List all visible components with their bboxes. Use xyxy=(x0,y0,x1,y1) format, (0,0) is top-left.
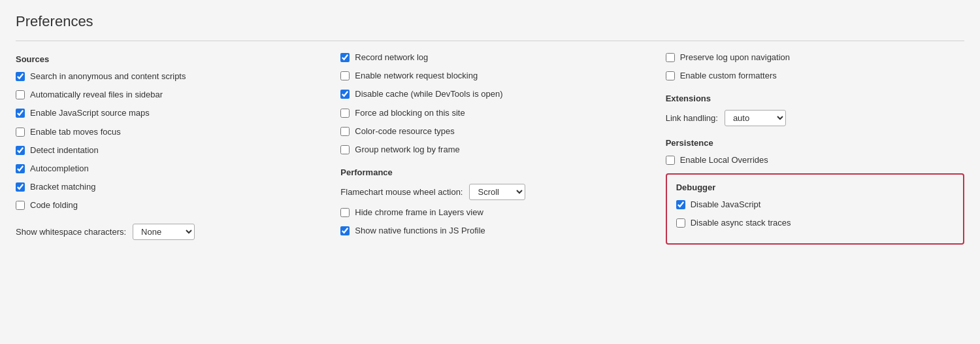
checkbox-row-cb3[interactable]: Enable JavaScript source maps xyxy=(16,107,314,119)
debugger-checkboxes: Disable JavaScriptDisable async stack tr… xyxy=(676,199,954,229)
checkbox-cb8[interactable] xyxy=(16,201,25,210)
checkbox-row-cb1[interactable]: Search in anonymous and content scripts xyxy=(16,71,314,82)
checkbox-cb13[interactable] xyxy=(340,127,350,136)
checkbox-cb6[interactable] xyxy=(16,164,25,173)
checkbox-label-cb8: Code folding xyxy=(30,199,78,211)
whitespace-select[interactable]: None All Trailing xyxy=(133,224,195,240)
console-checkboxes: Preserve log upon navigationEnable custo… xyxy=(666,52,964,82)
checkbox-cb12[interactable] xyxy=(340,109,350,118)
col3-console-ext-persistence-debugger: Preserve log upon navigationEnable custo… xyxy=(666,52,964,245)
checkbox-label-cb14: Group network log by frame xyxy=(355,144,459,156)
checkbox-cb4[interactable] xyxy=(16,128,25,137)
checkbox-row-cb19[interactable]: Enable Local Overrides xyxy=(666,154,964,166)
checkbox-cb17[interactable] xyxy=(666,53,675,62)
checkbox-label-cb11: Disable cache (while DevTools is open) xyxy=(355,88,502,100)
checkbox-cb20[interactable] xyxy=(676,200,685,209)
flamechart-dropdown-row: Flamechart mouse wheel action: Scroll Zo… xyxy=(340,184,639,200)
checkbox-cb9[interactable] xyxy=(340,53,350,62)
flamechart-select[interactable]: Scroll Zoom xyxy=(469,184,525,200)
checkbox-label-cb21: Disable async stack traces xyxy=(691,217,791,229)
col2-network-performance: Record network logEnable network request… xyxy=(340,52,639,244)
checkbox-cb18[interactable] xyxy=(666,71,675,80)
debugger-section: Debugger Disable JavaScriptDisable async… xyxy=(666,173,964,245)
network-checkboxes: Record network logEnable network request… xyxy=(340,52,639,156)
checkbox-label-cb3: Enable JavaScript source maps xyxy=(30,107,150,119)
checkbox-row-cb10[interactable]: Enable network request blocking xyxy=(340,70,639,82)
link-handling-select[interactable]: auto custom xyxy=(725,110,786,126)
checkbox-cb14[interactable] xyxy=(340,145,350,154)
checkbox-cb1[interactable] xyxy=(16,72,25,81)
checkbox-row-cb13[interactable]: Color-code resource types xyxy=(340,126,639,137)
sources-checkboxes: Search in anonymous and content scriptsA… xyxy=(16,71,314,212)
checkbox-row-cb11[interactable]: Disable cache (while DevTools is open) xyxy=(340,88,639,100)
performance-section: Performance Flamechart mouse wheel actio… xyxy=(340,167,639,237)
checkbox-row-cb2[interactable]: Automatically reveal files in sidebar xyxy=(16,89,314,101)
col1-sources: Sources Search in anonymous and content … xyxy=(16,52,314,247)
checkbox-cb5[interactable] xyxy=(16,146,25,155)
debugger-section-title: Debugger xyxy=(676,182,954,192)
link-handling-dropdown-row: Link handling: auto custom xyxy=(666,110,964,126)
persistence-section: Persistence Enable Local Overrides xyxy=(666,138,964,166)
performance-section-title: Performance xyxy=(340,167,639,177)
checkbox-row-cb9[interactable]: Record network log xyxy=(340,52,639,63)
checkbox-label-cb17: Preserve log upon navigation xyxy=(680,52,790,63)
checkbox-label-cb13: Color-code resource types xyxy=(355,126,454,137)
persistence-checkboxes: Enable Local Overrides xyxy=(666,154,964,166)
checkbox-cb10[interactable] xyxy=(340,71,350,80)
checkbox-label-cb18: Enable custom formatters xyxy=(680,70,777,82)
page-title: Preferences xyxy=(16,13,964,30)
checkbox-label-cb16: Show native functions in JS Profile xyxy=(355,225,485,237)
checkbox-row-cb14[interactable]: Group network log by frame xyxy=(340,144,639,156)
checkbox-cb21[interactable] xyxy=(676,218,685,228)
checkbox-cb19[interactable] xyxy=(666,156,675,165)
checkbox-row-cb4[interactable]: Enable tab moves focus xyxy=(16,126,314,138)
link-handling-label: Link handling: xyxy=(666,113,718,123)
checkbox-row-cb6[interactable]: Autocompletion xyxy=(16,163,314,175)
checkbox-label-cb15: Hide chrome frame in Layers view xyxy=(355,207,483,218)
checkbox-label-cb10: Enable network request blocking xyxy=(355,70,478,82)
checkbox-label-cb20: Disable JavaScript xyxy=(691,199,761,211)
checkbox-row-cb16[interactable]: Show native functions in JS Profile xyxy=(340,225,639,237)
checkbox-label-cb5: Detect indentation xyxy=(30,145,99,156)
checkbox-cb16[interactable] xyxy=(340,226,350,235)
checkbox-cb15[interactable] xyxy=(340,208,350,217)
checkbox-row-cb18[interactable]: Enable custom formatters xyxy=(666,70,964,82)
whitespace-label: Show whitespace characters: xyxy=(16,227,126,237)
extensions-section-title: Extensions xyxy=(666,94,964,103)
divider xyxy=(16,41,964,41)
checkbox-label-cb6: Autocompletion xyxy=(30,163,89,175)
checkbox-label-cb7: Bracket matching xyxy=(30,181,95,193)
extensions-section: Extensions Link handling: auto custom xyxy=(666,94,964,126)
preferences-columns: Sources Search in anonymous and content … xyxy=(16,52,964,247)
checkbox-cb2[interactable] xyxy=(16,90,25,99)
whitespace-dropdown-row: Show whitespace characters: None All Tra… xyxy=(16,224,314,240)
checkbox-label-cb12: Force ad blocking on this site xyxy=(355,107,465,119)
checkbox-label-cb1: Search in anonymous and content scripts xyxy=(30,71,186,82)
checkbox-label-cb19: Enable Local Overrides xyxy=(680,154,768,166)
checkbox-row-cb20[interactable]: Disable JavaScript xyxy=(676,199,954,211)
checkbox-label-cb2: Automatically reveal files in sidebar xyxy=(30,89,163,101)
checkbox-row-cb17[interactable]: Preserve log upon navigation xyxy=(666,52,964,63)
checkbox-row-cb15[interactable]: Hide chrome frame in Layers view xyxy=(340,207,639,218)
checkbox-cb7[interactable] xyxy=(16,182,25,192)
checkbox-label-cb4: Enable tab moves focus xyxy=(30,126,121,138)
checkbox-cb3[interactable] xyxy=(16,109,25,118)
checkbox-row-cb7[interactable]: Bracket matching xyxy=(16,181,314,193)
checkbox-row-cb8[interactable]: Code folding xyxy=(16,199,314,211)
checkbox-label-cb9: Record network log xyxy=(355,52,428,63)
checkbox-row-cb21[interactable]: Disable async stack traces xyxy=(676,217,954,229)
checkbox-row-cb12[interactable]: Force ad blocking on this site xyxy=(340,107,639,119)
performance-checkboxes: Hide chrome frame in Layers viewShow nat… xyxy=(340,207,639,237)
checkbox-row-cb5[interactable]: Detect indentation xyxy=(16,145,314,156)
flamechart-label: Flamechart mouse wheel action: xyxy=(340,187,463,197)
persistence-section-title: Persistence xyxy=(666,138,964,148)
sources-section-title: Sources xyxy=(16,54,314,64)
checkbox-cb11[interactable] xyxy=(340,90,350,99)
